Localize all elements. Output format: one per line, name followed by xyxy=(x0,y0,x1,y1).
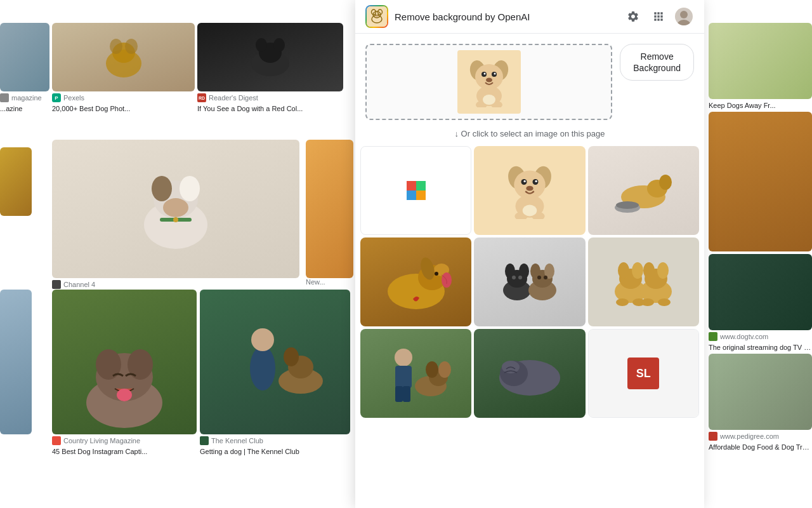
svg-rect-105 xyxy=(403,386,410,402)
black-dog-image xyxy=(239,29,302,86)
col-kennel-club: The Kennel Club Getting a dog | The Kenn… xyxy=(200,290,350,455)
grid-item-9[interactable]: SL xyxy=(588,329,699,418)
golden-puppies-image xyxy=(608,257,678,307)
svg-point-21 xyxy=(117,389,132,401)
header-icons xyxy=(623,6,694,27)
grid-item-7[interactable] xyxy=(360,329,471,418)
svg-point-37 xyxy=(680,11,688,18)
svg-point-83 xyxy=(518,276,522,279)
svg-point-26 xyxy=(284,347,299,366)
popup-image-grid: SL xyxy=(355,146,704,508)
drop-zone[interactable] xyxy=(365,44,612,120)
svg-point-19 xyxy=(96,349,121,380)
svg-point-92 xyxy=(618,262,629,279)
left-col-3 xyxy=(0,290,32,434)
person-dog-image xyxy=(212,305,339,419)
grid-item-1[interactable] xyxy=(360,146,471,235)
svg-point-8 xyxy=(256,38,267,52)
svg-point-96 xyxy=(643,262,655,279)
svg-point-108 xyxy=(426,361,438,378)
col-country-living: Country Living Magazine 45 Best Dog Inst… xyxy=(52,290,197,455)
card-keep-dogs[interactable]: Keep Dogs Away Fr... xyxy=(709,23,812,109)
grid-item-6[interactable] xyxy=(588,237,699,326)
col3-row1: RD Reader's Digest If You See a Dog with… xyxy=(197,23,343,112)
sleeping-dog-image xyxy=(495,345,565,402)
svg-point-71 xyxy=(616,201,639,209)
svg-point-35 xyxy=(376,15,379,18)
grid-menu-button[interactable] xyxy=(648,6,669,27)
svg-point-89 xyxy=(544,276,547,279)
sl-badge: SL xyxy=(627,358,659,389)
svg-point-5 xyxy=(125,39,138,54)
svg-point-82 xyxy=(512,276,516,279)
svg-point-61 xyxy=(523,180,525,182)
grid-item-2[interactable] xyxy=(474,146,585,235)
jack-russell-image xyxy=(119,152,233,266)
svg-point-9 xyxy=(273,38,285,52)
svg-point-16 xyxy=(173,217,178,222)
grid-icon xyxy=(652,10,665,23)
remove-background-popup: Remove background by OpenAI xyxy=(355,0,704,508)
card-um[interactable] xyxy=(0,147,32,216)
svg-point-109 xyxy=(438,361,451,378)
svg-point-46 xyxy=(494,73,495,75)
remove-background-button[interactable]: Remove Background xyxy=(620,44,694,81)
popup-header: Remove background by OpenAI xyxy=(355,0,704,34)
grid-item-8[interactable] xyxy=(474,329,585,418)
husky-image xyxy=(61,320,188,434)
svg-point-100 xyxy=(641,298,654,306)
svg-point-12 xyxy=(152,176,172,201)
grid-item-5[interactable] xyxy=(474,237,585,326)
left-col-1: magazine ...azine xyxy=(0,23,49,112)
card-new-partial[interactable]: New... Dogs n... xyxy=(306,140,353,296)
col2-row1: P Pexels 20,000+ Best Dog Phot... xyxy=(52,23,195,112)
left-col-2 xyxy=(0,147,32,216)
settings-button[interactable] xyxy=(623,6,643,27)
dog-cartoon-grid-2 xyxy=(501,162,558,219)
avatar-button[interactable] xyxy=(674,6,694,27)
svg-point-4 xyxy=(110,39,122,54)
svg-point-14 xyxy=(163,198,188,217)
dog-cartoon-svg xyxy=(464,57,514,107)
svg-rect-103 xyxy=(395,366,412,388)
card-pexels[interactable]: P Pexels 20,000+ Best Dog Phot... xyxy=(52,23,195,112)
svg-point-88 xyxy=(537,276,541,279)
svg-point-63 xyxy=(526,186,533,191)
openai-logo-icon xyxy=(367,6,387,27)
dog-image-1 xyxy=(95,29,152,86)
col2-row2: Channel 4 The Dog House | All 4 xyxy=(52,140,299,299)
svg-point-102 xyxy=(395,349,412,366)
svg-point-23 xyxy=(251,328,274,351)
svg-rect-53 xyxy=(407,190,416,200)
svg-point-13 xyxy=(180,176,200,201)
two-puppies-image xyxy=(495,253,565,311)
svg-point-47 xyxy=(486,78,492,83)
golden-retriever-image xyxy=(378,247,454,317)
svg-point-101 xyxy=(658,298,671,306)
popup-title: Remove background by OpenAI xyxy=(395,11,617,22)
card-readers-digest[interactable]: RD Reader's Digest If You See a Dog with… xyxy=(197,23,343,112)
svg-point-22 xyxy=(250,346,275,391)
card-kennel-club[interactable]: The Kennel Club Getting a dog | The Kenn… xyxy=(200,290,350,455)
svg-point-66 xyxy=(523,205,537,217)
card-channel4[interactable]: Channel 4 The Dog House | All 4 xyxy=(52,140,299,299)
grid-item-4[interactable] xyxy=(360,237,471,326)
card-magazine-left[interactable] xyxy=(0,290,32,434)
svg-rect-54 xyxy=(416,190,426,200)
svg-point-97 xyxy=(657,262,669,279)
settings-icon xyxy=(627,10,639,23)
svg-point-93 xyxy=(632,262,643,279)
svg-point-50 xyxy=(483,95,495,105)
dog-eating-image xyxy=(612,162,675,219)
card-pedigree[interactable]: www.pedigree.com Affordable Dog Food & D… xyxy=(709,354,812,451)
select-hint: ↓ Or click to select an image on this pa… xyxy=(355,125,704,146)
svg-point-62 xyxy=(535,180,537,182)
card-magazine-1[interactable]: magazine ...azine xyxy=(0,23,49,112)
card-golden-field[interactable] xyxy=(709,112,812,251)
svg-point-34 xyxy=(377,13,379,15)
card-country-living[interactable]: Country Living Magazine 45 Best Dog Inst… xyxy=(52,290,197,455)
card-dogtv[interactable]: www.dogtv.com The original streaming dog… xyxy=(709,254,812,351)
person-dog-grid-image xyxy=(381,342,451,405)
user-avatar xyxy=(675,8,693,25)
grid-item-3[interactable] xyxy=(588,146,699,235)
